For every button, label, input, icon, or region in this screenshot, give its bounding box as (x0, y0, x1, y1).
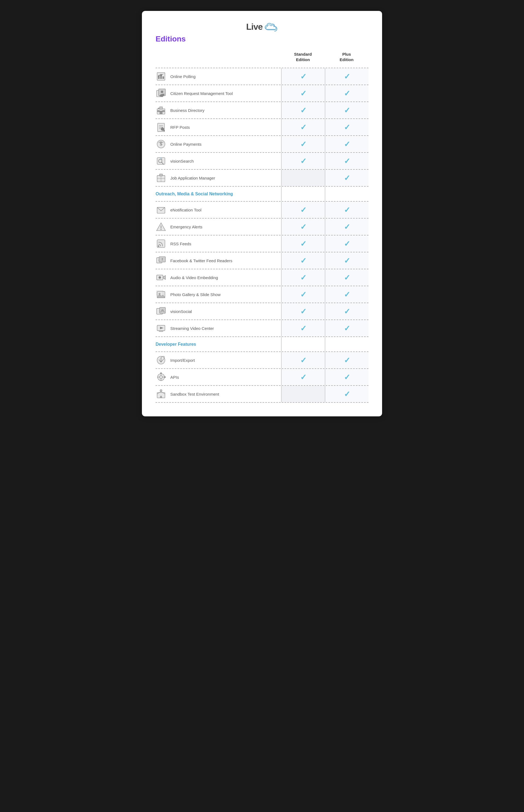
table-row: Citizen Request Management Tool ✓ ✓ (155, 85, 369, 101)
standard-check: ✓ (300, 72, 307, 81)
standard-check: ✓ (300, 256, 307, 265)
plus-check: ✓ (344, 356, 350, 365)
social-icon: f (155, 306, 166, 317)
job-icon (155, 172, 166, 183)
plus-cell: ✓ (325, 153, 369, 169)
streaming-icon (155, 323, 166, 334)
plus-cell: ✓ (325, 235, 369, 252)
standard-cell: ✓ (281, 153, 325, 169)
logo-cloud-icon (264, 22, 278, 32)
logo: Live (246, 22, 278, 32)
alert-icon (155, 221, 166, 232)
standard-cell: ✓ (281, 68, 325, 85)
logo-text: Live (246, 22, 263, 32)
svg-rect-49 (160, 308, 166, 314)
plus-check: ✓ (344, 256, 350, 265)
plus-check: ✓ (344, 390, 350, 399)
svg-rect-12 (162, 110, 164, 112)
feature-name: visionSocial (170, 309, 192, 314)
table-row: $ Online Payments ✓ ✓ (155, 135, 369, 152)
plus-cell: ✓ (325, 119, 369, 135)
section-header-row: Outreach, Media & Social Networking (155, 186, 369, 201)
search-icon: 🔍 (155, 155, 166, 166)
table-row: RFP Posts ✓ ✓ (155, 118, 369, 135)
business-icon (155, 105, 166, 116)
feature-label: Emergency Alerts (155, 218, 281, 235)
plus-cell: ✓ (325, 218, 369, 235)
svg-point-63 (164, 376, 166, 378)
comparison-table: StandardEdition PlusEdition Online Polli… (155, 52, 369, 403)
feature-label: Job Application Manager (155, 170, 281, 186)
feature-name: Facebook & Twitter Feed Readers (170, 259, 232, 263)
feature-label: RSS Feeds (155, 235, 281, 252)
plus-cell: ✓ (325, 85, 369, 101)
feature-name: Business Directory (170, 108, 204, 113)
standard-check: ✓ (300, 89, 307, 98)
svg-point-65 (160, 390, 162, 392)
svg-text:🔍: 🔍 (160, 157, 162, 160)
feature-name: Online Payments (170, 142, 201, 147)
svg-point-7 (161, 90, 163, 93)
feature-name: Job Application Manager (170, 176, 215, 180)
plus-cell: ✓ (325, 369, 369, 385)
main-card: Live Editions StandardEdition PlusEditio… (142, 11, 382, 416)
feature-name: Sandbox Test Environment (170, 392, 219, 396)
standard-cell: ✓ (281, 102, 325, 118)
svg-rect-3 (162, 77, 164, 79)
svg-point-33 (161, 229, 162, 230)
plus-cell: ✓ (325, 286, 369, 303)
logo-area: Live (155, 22, 369, 32)
standard-check: ✓ (300, 324, 307, 333)
svg-rect-2 (160, 74, 162, 79)
svg-text:$: $ (160, 141, 162, 146)
standard-cell (281, 170, 325, 186)
svg-rect-9 (160, 107, 163, 109)
feature-label: APIs (155, 369, 281, 385)
standard-check: ✓ (300, 290, 307, 299)
feature-name: RFP Posts (170, 125, 190, 130)
standard-cell: ✓ (281, 218, 325, 235)
plus-cell: ✓ (325, 269, 369, 286)
table-header: StandardEdition PlusEdition (155, 52, 369, 65)
feature-label: $ Online Payments (155, 136, 281, 152)
table-row: Photo Gallery & Slide Show ✓ ✓ (155, 286, 369, 303)
svg-point-42 (159, 277, 161, 279)
standard-col-header: StandardEdition (281, 52, 325, 62)
table-row: eNotification Tool ✓ ✓ (155, 201, 369, 218)
standard-check: ✓ (300, 239, 307, 248)
section-plus-cell (325, 187, 369, 201)
table-row: Job Application Manager ✓ (155, 169, 369, 186)
plus-cell: ✓ (325, 352, 369, 368)
standard-cell: ✓ (281, 286, 325, 303)
feature-label: eNotification Tool (155, 202, 281, 218)
plus-check: ✓ (344, 106, 350, 115)
standard-check: ✓ (300, 106, 307, 115)
table-row: Audio & Video Embedding ✓ ✓ (155, 269, 369, 286)
standard-cell: ✓ (281, 303, 325, 319)
feature-name: Emergency Alerts (170, 225, 202, 229)
standard-check: ✓ (300, 156, 307, 166)
plus-check: ✓ (344, 239, 350, 248)
svg-rect-14 (158, 108, 159, 109)
standard-cell: ✓ (281, 136, 325, 152)
svg-point-19 (161, 128, 164, 131)
plus-check: ✓ (344, 72, 350, 81)
plus-check: ✓ (344, 273, 350, 282)
svg-marker-41 (163, 276, 165, 279)
feature-label: f t Facebook & Twitter Feed Readers (155, 252, 281, 269)
plus-cell: ✓ (325, 136, 369, 152)
standard-cell: ✓ (281, 320, 325, 336)
feature-name: Audio & Video Embedding (170, 275, 218, 280)
api-icon (155, 371, 166, 383)
feature-name: Photo Gallery & Slide Show (170, 292, 220, 297)
import-icon (155, 355, 166, 366)
plus-check: ✓ (344, 173, 350, 183)
table-row: Emergency Alerts ✓ ✓ (155, 218, 369, 235)
table-row: Online Polling ✓ ✓ (155, 68, 369, 85)
table-rows: Online Polling ✓ ✓ Citizen Request Manag… (155, 68, 369, 403)
plus-cell: ✓ (325, 102, 369, 118)
feature-name: visionSearch (170, 159, 194, 163)
standard-check: ✓ (300, 356, 307, 365)
table-row: Import/Export ✓ ✓ (155, 351, 369, 368)
standard-cell (281, 386, 325, 402)
